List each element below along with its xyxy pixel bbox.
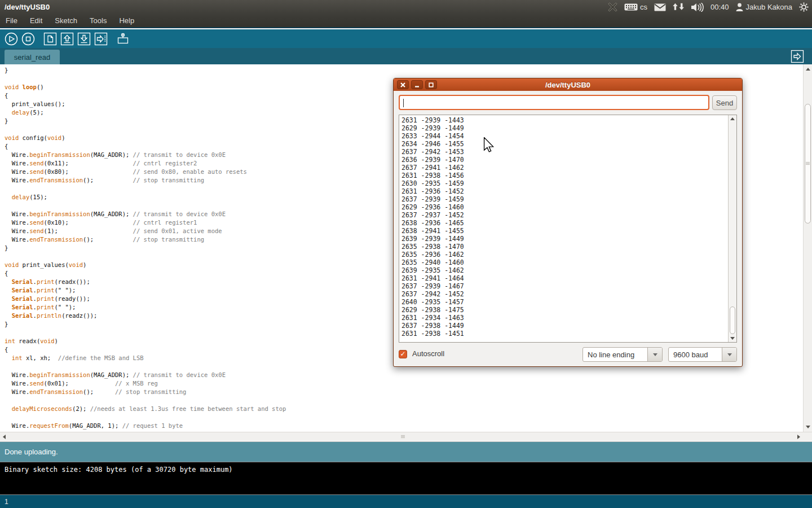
close-icon (400, 82, 405, 87)
stop-button[interactable] (20, 31, 36, 46)
volume-icon[interactable] (691, 3, 704, 12)
mouse-cursor (483, 137, 495, 155)
text-caret (403, 99, 404, 107)
close-button[interactable] (397, 80, 409, 89)
upload-icon (94, 32, 108, 46)
serial-monitor-button[interactable] (115, 31, 130, 46)
user-menu[interactable]: Jakub Kakona (736, 3, 792, 11)
maximize-button[interactable] (425, 80, 437, 89)
serial-vscroll-thumb[interactable] (730, 306, 735, 334)
serial-monitor-icon (115, 32, 130, 46)
line-number: 1 (5, 498, 8, 506)
save-icon (77, 32, 91, 46)
keyboard-icon (624, 3, 638, 11)
line-ending-dropdown[interactable]: No line ending (582, 347, 663, 362)
tab-label: serial_read (14, 53, 50, 62)
maximize-icon (429, 82, 434, 87)
username-label: Jakub Kakona (746, 3, 792, 11)
minimize-button[interactable] (411, 80, 423, 89)
menu-bar: File Edit Sketch Tools Help (0, 14, 812, 28)
verify-button[interactable] (3, 31, 19, 46)
serial-output-lines: 2631 -2939 -14432629 -2939 -14492633 -29… (401, 116, 727, 342)
tab-menu-button[interactable] (791, 50, 804, 63)
x-applet-icon[interactable] (608, 2, 617, 12)
baud-rate-value: 9600 baud (669, 348, 722, 361)
keyboard-layout-label: cs (640, 3, 647, 11)
save-button[interactable] (76, 31, 91, 46)
verify-icon (4, 32, 19, 46)
console-text: Binary sketch size: 4208 bytes (of a 307… (5, 466, 233, 474)
tab-serial-read[interactable]: serial_read (5, 50, 60, 64)
editor-vertical-scrollbar[interactable] (803, 64, 812, 432)
send-button[interactable]: Send (712, 95, 737, 110)
arduino-ide-screen: /dev/ttyUSB0 cs 00:40 Jakub Kakona (0, 0, 812, 508)
serial-scroll-up-arrow[interactable] (730, 117, 735, 120)
keyboard-layout-indicator[interactable]: cs (624, 3, 647, 11)
open-button[interactable] (59, 31, 74, 46)
autoscroll-label: Autoscroll (412, 349, 444, 358)
serial-input[interactable] (399, 95, 709, 110)
status-message: Done uploading. (5, 448, 58, 456)
baud-rate-dropdown[interactable]: 9600 baud (668, 347, 737, 362)
new-sketch-button[interactable] (42, 31, 58, 46)
line-ending-value: No line ending (583, 348, 647, 361)
window-title: /dev/ttyUSB0 (5, 3, 50, 11)
menu-help[interactable]: Help (119, 16, 134, 25)
gear-icon[interactable] (799, 2, 809, 12)
serial-window-titlebar[interactable]: /dev/ttyUSB0 (394, 78, 742, 91)
scroll-up-arrow[interactable] (806, 68, 810, 71)
open-icon (60, 32, 74, 46)
chevron-down-icon[interactable] (722, 348, 736, 361)
mail-icon[interactable] (654, 3, 666, 11)
serial-scroll-down-arrow[interactable] (730, 337, 735, 340)
serial-controls-row: Autoscroll No line ending 9600 baud (399, 347, 737, 362)
console-output: Binary sketch size: 4208 bytes (of a 307… (0, 462, 812, 495)
serial-window-title: /dev/ttyUSB0 (545, 81, 590, 89)
menu-edit[interactable]: Edit (30, 16, 42, 25)
clock[interactable]: 00:40 (710, 3, 729, 11)
serial-monitor-window: /dev/ttyUSB0 Send 2631 -2939 -14432629 -… (393, 78, 743, 367)
send-label: Send (716, 99, 733, 107)
chevron-down-icon[interactable] (647, 348, 662, 361)
scrollbar-corner (803, 432, 812, 441)
arrow-right-icon (791, 50, 804, 63)
menu-file[interactable]: File (6, 16, 17, 25)
scroll-right-arrow[interactable] (797, 435, 800, 439)
stop-icon (21, 32, 36, 46)
window-controls (397, 80, 437, 89)
scroll-left-arrow[interactable] (3, 435, 6, 439)
minimize-icon (414, 82, 420, 87)
user-icon (736, 3, 743, 11)
upload-button[interactable] (93, 31, 108, 46)
menu-sketch[interactable]: Sketch (55, 16, 77, 25)
status-bar: Done uploading. (0, 441, 812, 462)
system-tray: cs 00:40 Jakub Kakona (608, 0, 809, 14)
tab-bar: serial_read (0, 48, 812, 64)
editor-hscroll-grip[interactable] (401, 435, 405, 438)
new-icon (43, 32, 58, 46)
editor-horizontal-scrollbar[interactable] (0, 432, 803, 441)
toolbar (0, 29, 812, 48)
updown-arrows-icon[interactable] (673, 3, 684, 12)
menu-tools[interactable]: Tools (90, 16, 107, 25)
scroll-down-arrow[interactable] (806, 426, 810, 428)
serial-output-area: 2631 -2939 -14432629 -2939 -14492633 -29… (399, 115, 737, 343)
editor-vscroll-thumb[interactable] (805, 104, 811, 224)
line-number-bar: 1 (0, 495, 812, 508)
autoscroll-checkbox[interactable] (399, 350, 407, 358)
serial-vertical-scrollbar[interactable] (728, 115, 736, 342)
top-panel: /dev/ttyUSB0 cs 00:40 Jakub Kakona (0, 0, 812, 14)
